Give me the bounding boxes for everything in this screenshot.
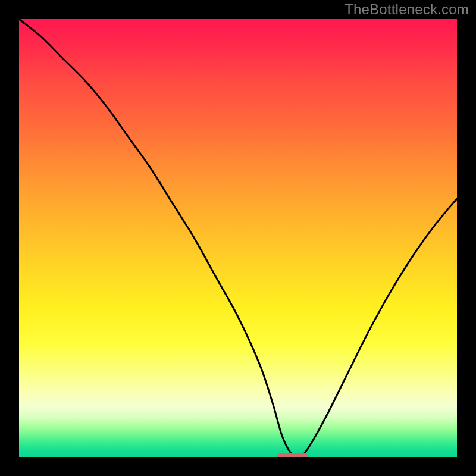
plot-area [19,19,457,457]
optimal-marker [277,453,308,457]
curve-svg [19,19,457,457]
watermark-text: TheBottleneck.com [345,1,469,18]
chart-frame: TheBottleneck.com [0,0,476,476]
bottleneck-curve-path [19,19,457,457]
